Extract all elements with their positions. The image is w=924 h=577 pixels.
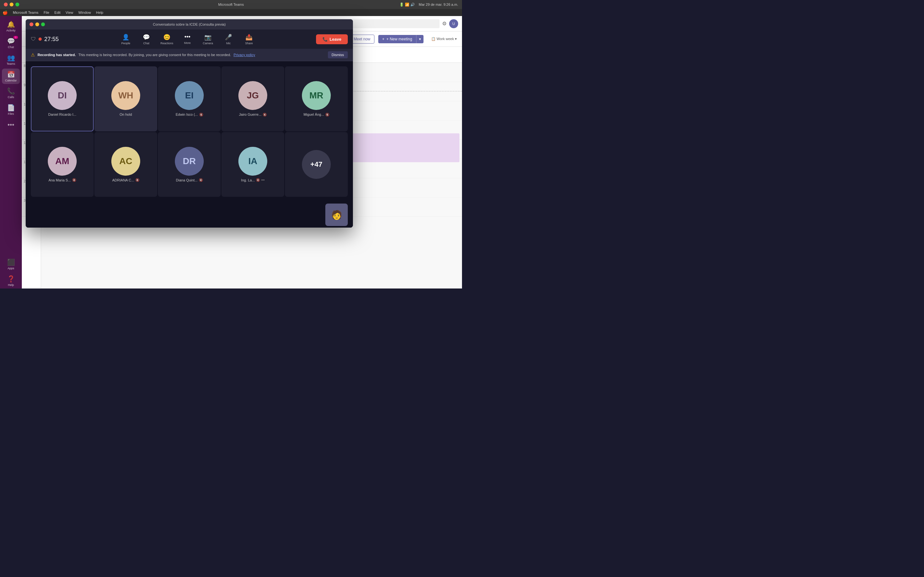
fullscreen-button[interactable]: [15, 3, 19, 6]
sidebar-item-label: Files: [8, 112, 14, 115]
sidebar-item-apps[interactable]: ⬛ Apps: [2, 256, 20, 272]
sidebar-item-help[interactable]: ❓ Help: [2, 273, 20, 288]
menu-window[interactable]: Window: [78, 11, 91, 15]
meeting-minimize-button[interactable]: [35, 23, 39, 26]
more-button[interactable]: ••• More: [178, 32, 197, 47]
sidebar-item-files[interactable]: 📄 Files: [2, 102, 20, 117]
participant-name-row-mr: Miguel Áng... 🔇: [304, 113, 329, 116]
participant-ia[interactable]: IA Ing. La... 🔇 •••: [221, 132, 284, 197]
mic-icon: 🎤: [225, 34, 232, 41]
sidebar-item-label: Apps: [8, 267, 15, 270]
privacy-policy-link[interactable]: Privacy policy: [234, 53, 255, 57]
settings-button[interactable]: ⚙: [442, 21, 447, 27]
reactions-button[interactable]: 😊 Reactions: [157, 32, 176, 47]
sidebar-more-button[interactable]: •••: [5, 119, 17, 131]
meeting-close-button[interactable]: [29, 23, 33, 26]
sidebar-item-activity[interactable]: 🔔 Activity: [2, 19, 20, 34]
people-button[interactable]: 👤 People: [116, 32, 136, 47]
menu-file[interactable]: File: [44, 11, 49, 15]
sidebar-item-label: Chat: [8, 45, 14, 49]
menu-view[interactable]: View: [66, 11, 73, 15]
sidebar-item-label: Teams: [7, 62, 15, 65]
meeting-fullscreen-button[interactable]: [41, 23, 45, 26]
participant-name-ei: Edwin Isco (...: [176, 113, 198, 116]
participant-name-row-ia: Ing. La... 🔇 •••: [241, 178, 264, 182]
participant-mr[interactable]: MR Miguel Áng... 🔇: [285, 66, 348, 131]
apps-icon: ⬛: [7, 258, 15, 266]
meeting-chat-button[interactable]: 💬 Chat: [137, 32, 156, 47]
muted-icon-mr: 🔇: [325, 113, 329, 116]
participant-avatar-jg: JG: [238, 81, 267, 110]
week-view-selector[interactable]: 📋 Work week ▾: [431, 37, 457, 41]
participant-avatar-am: AM: [48, 147, 77, 176]
sidebar-item-teams[interactable]: 👥 Teams: [2, 52, 20, 67]
muted-icon-ia: 🔇: [256, 178, 260, 182]
menu-app[interactable]: Microsoft Teams: [13, 11, 39, 15]
window-title: Microsoft Teams: [218, 3, 244, 6]
participant-name-ia: Ing. La...: [241, 178, 255, 182]
participant-wh[interactable]: WH On hold: [94, 66, 157, 131]
mic-button[interactable]: 🎤 Mic: [219, 32, 238, 47]
files-icon: 📄: [7, 104, 15, 111]
new-meeting-group: + + New meeting ▾: [378, 35, 423, 43]
more-label: More: [184, 41, 191, 45]
leave-button[interactable]: 📞 Leave: [316, 34, 348, 44]
participant-avatar-dr: DR: [175, 147, 204, 176]
participant-name-row-jg: Jairo Guerre... 🔇: [239, 113, 267, 116]
sidebar-item-label: Calls: [8, 95, 14, 99]
participant-jg[interactable]: JG Jairo Guerre... 🔇: [221, 66, 284, 131]
user-avatar[interactable]: U: [449, 19, 458, 28]
meeting-window-title: Conversatorio sobre la ICDE (Consulta pr…: [153, 23, 226, 26]
minimize-button[interactable]: [10, 3, 13, 6]
camera-label: Camera: [203, 42, 213, 45]
reactions-icon: 😊: [163, 34, 170, 41]
share-label: Share: [245, 42, 253, 45]
participant-name-jg: Jairo Guerre...: [239, 113, 262, 116]
participant-ac[interactable]: AC ADRIANA C... 🔇: [94, 132, 157, 197]
muted-icon-jg: 🔇: [263, 113, 267, 116]
new-meeting-dropdown-button[interactable]: ▾: [416, 35, 423, 43]
people-label: People: [121, 42, 130, 45]
meeting-bottom-row: 🧑: [26, 202, 353, 227]
menu-help[interactable]: Help: [96, 11, 103, 15]
menu-edit[interactable]: Edit: [55, 11, 61, 15]
participant-name-mr: Miguel Áng...: [304, 113, 324, 116]
participant-name-row-di: Daniel Ricardo I...: [48, 113, 76, 116]
new-meeting-button[interactable]: + + New meeting: [378, 35, 416, 43]
participant-dr[interactable]: DR Diana Quint... 🔇: [158, 132, 221, 197]
toolbar-right: ⚙ U: [442, 19, 458, 28]
more-options-ia[interactable]: •••: [261, 178, 265, 182]
meeting-overlay: Conversatorio sobre la ICDE (Consulta pr…: [26, 19, 353, 227]
participant-di[interactable]: DI Daniel Ricardo I...: [31, 66, 94, 131]
close-button[interactable]: [4, 3, 8, 6]
help-icon: ❓: [7, 275, 15, 283]
teams-icon: 👥: [7, 54, 15, 61]
sidebar-item-chat[interactable]: 💬 Chat 1: [2, 35, 20, 51]
participant-avatar-wh: WH: [111, 81, 140, 110]
recording-title: Recording has started.: [37, 53, 76, 57]
dismiss-button[interactable]: Dismiss: [328, 51, 348, 58]
muted-icon-dr: 🔇: [199, 178, 203, 182]
participant-name-ac: ADRIANA C...: [112, 178, 134, 182]
shield-icon: 🛡: [31, 36, 36, 42]
meeting-traffic-lights: [29, 23, 45, 26]
sidebar-item-calls[interactable]: 📞 Calls: [2, 85, 20, 101]
participant-more[interactable]: +47: [285, 132, 348, 197]
macos-menu: 🍎 Microsoft Teams File Edit View Window …: [0, 9, 462, 16]
apple-menu[interactable]: 🍎: [3, 10, 8, 15]
chat-label: Chat: [144, 42, 150, 45]
meeting-toolbar: 🛡 27:55 👤 People 💬 Chat 😊 Reac: [26, 29, 353, 49]
sidebar-item-label: Help: [8, 284, 14, 287]
participant-am[interactable]: AM Ana Maria S... 🔇: [31, 132, 94, 197]
meeting-toolbar-left: 🛡 27:55: [31, 36, 59, 43]
participant-ei[interactable]: EI Edwin Isco (... 🔇: [158, 66, 221, 131]
sidebar-item-calendar[interactable]: 📅 Calendar: [2, 69, 20, 84]
camera-button[interactable]: 📷 Camera: [198, 32, 218, 47]
sidebar-item-label: Calendar: [5, 79, 17, 82]
activity-icon: 🔔: [7, 21, 15, 28]
leave-label: Leave: [330, 37, 341, 42]
sidebar: 🔔 Activity 💬 Chat 1 👥 Teams 📅 Calendar 📞…: [0, 16, 22, 288]
leave-phone-icon: 📞: [322, 37, 328, 42]
more-participants-count[interactable]: +47: [302, 150, 331, 179]
share-button[interactable]: 📤 Share: [239, 32, 258, 47]
